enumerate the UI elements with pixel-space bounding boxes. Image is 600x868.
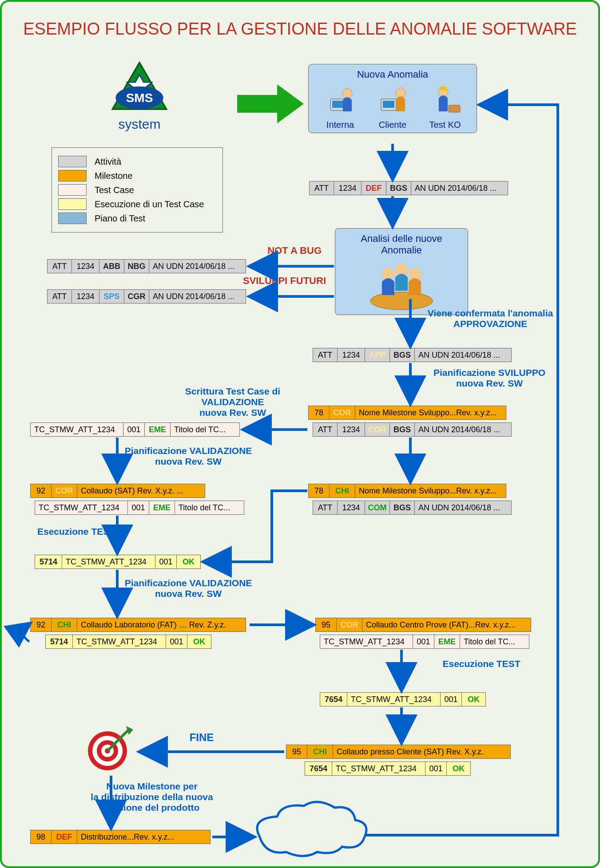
- label-plansv: Pianificazione SVILUPPOnuova Rev. SW: [423, 367, 556, 389]
- rec-cgr: ATT 1234 SPS CGR AN UDN 2014/06/18 ...: [47, 289, 246, 304]
- sms-logo: SMS system: [99, 59, 179, 132]
- label-valid2: Pianificazione VALIDAZIONEnuova Rev. SW: [117, 578, 259, 599]
- rec-ms1: 78 COR Nome Milestone Sviluppo...Rev. x.…: [308, 406, 506, 420]
- label-valid1: Pianificazione VALIDAZIONEnuova Rev. SW: [117, 446, 259, 467]
- rec-nbg: ATT 1234 ABB NBG AN UDN 2014/06/18 ...: [47, 259, 246, 273]
- legend-testcase: Test Case: [58, 184, 216, 196]
- opt-cliente: Cliente: [375, 83, 410, 130]
- page-title: ESEMPIO FLUSSO PER LA GESTIONE DELLE ANO…: [2, 20, 598, 39]
- legend-activity: Attività: [58, 156, 216, 167]
- rec-tc1: TC_STMW_ATT_1234 001 EME Titolo del TC..…: [30, 422, 240, 437]
- rec-ex3: 7654 TC_STMW_ATT_1234 001 OK: [320, 692, 486, 706]
- rec-tc2: TC_STMW_ATT_1234 001 EME Titolo del TC..…: [35, 501, 244, 515]
- svg-point-13: [370, 292, 433, 310]
- svg-rect-12: [440, 87, 447, 90]
- rec-ex1: 5714 TC_STMW_ATT_1234 001 OK: [35, 555, 201, 569]
- rec-ms7: 98 DEF Distribuzione...Rev. x.y.z...: [30, 830, 211, 844]
- rec-app: ATT 1234 APP BGS AN UDN 2014/06/18 ...: [313, 348, 512, 362]
- node-new-anomaly: Nuova Anomalia Interna Cliente Test KO: [308, 64, 477, 133]
- rec-tc3: TC_STMW_ATT_1234 001 EME Titolo del TC..…: [320, 635, 529, 649]
- label-notabug: NOT A BUG: [237, 245, 322, 256]
- opt-testko: Test KO: [427, 83, 463, 130]
- svg-text:SMS: SMS: [126, 91, 153, 105]
- svg-rect-10: [449, 105, 460, 112]
- opt-interna: Interna: [322, 83, 358, 130]
- rec-att-def: ATT 1234 DEF BGS AN UDN 2014/06/18 ...: [309, 181, 508, 195]
- label-newms: Nuova Milestone perla distribuzione dell…: [76, 781, 227, 813]
- svg-point-6: [342, 89, 352, 99]
- label-write: Scrittura Test Case diVALIDAZIONEnuova R…: [171, 386, 295, 418]
- label-fine: FINE: [175, 731, 228, 744]
- rec-ms4: 92 CHI Collaudo Laboratorio (FAT) … Rev.…: [30, 618, 246, 632]
- rec-ms6: 95 CHI Collaudo presso Cliente (SAT) Rev…: [286, 745, 511, 759]
- node-analysis-title: Analisi delle nuove Anomalie: [341, 233, 462, 256]
- svg-rect-5: [332, 101, 343, 108]
- continue-text: Continua...: [277, 826, 350, 843]
- node-analysis: Analisi delle nuove Anomalie: [335, 228, 468, 315]
- node-new-anomaly-title: Nuova Anomalia: [314, 69, 471, 80]
- label-future: SVILUPPI FUTURI: [227, 275, 326, 287]
- svg-point-9: [396, 88, 405, 98]
- diagram-canvas: ESEMPIO FLUSSO PER LA GESTIONE DELLE ANO…: [0, 0, 600, 868]
- legend-exec: Esecuzione di un Test Case: [58, 198, 216, 210]
- rec-com: ATT 1234 COM BGS AN UDN 2014/06/18 ...: [313, 501, 512, 515]
- legend: Attività Milestone Test Case Esecuzione …: [52, 147, 223, 233]
- rec-ex4: 7654 TC_STMW_ATT_1234 001 OK: [305, 761, 471, 776]
- label-approve: Viene confermata l'anomaliaAPPROVAZIONE: [419, 308, 561, 329]
- rec-ms3: 78 CHI Nome Milestone Sviluppo...Rev. x.…: [308, 484, 506, 498]
- label-exec2: Esecuzione TEST: [410, 659, 552, 669]
- legend-plan: Piano di Test: [58, 213, 216, 224]
- label-exec: Esecuzione TEST: [37, 526, 126, 537]
- svg-rect-8: [383, 101, 394, 108]
- rec-ms2: 92 COR Collaudo (SAT) Rev. X.y.z. ...: [30, 484, 205, 498]
- rec-ex2: 5714 TC_STMW_ATT_1234 001 OK: [45, 635, 211, 649]
- legend-milestone: Milestone: [58, 170, 216, 181]
- rec-ms5: 95 COR Collaudo Centro Prove (FAT)...Rev…: [315, 618, 531, 632]
- rec-cor: ATT 1234 COR BGS AN UDN 2014/06/18 ...: [313, 422, 512, 437]
- target-icon: [84, 721, 138, 774]
